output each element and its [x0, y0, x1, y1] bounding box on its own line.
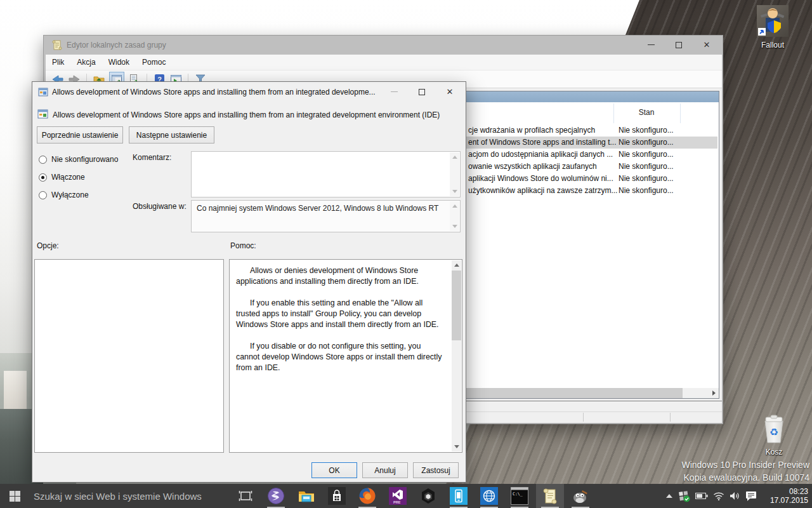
scroll-up-arrow[interactable] — [452, 260, 461, 270]
windows-logo-icon — [10, 491, 20, 502]
taskbar-spartan-browser-button[interactable] — [475, 484, 503, 508]
apply-button[interactable]: Zastosuj — [413, 462, 459, 478]
svg-text:PRE: PRE — [393, 500, 401, 504]
column-header-stan[interactable]: Stan — [613, 108, 679, 117]
policy-state: Nie skonfiguro... — [619, 162, 674, 171]
close-icon: ✕ — [704, 41, 710, 49]
security-status-icon[interactable] — [678, 490, 690, 502]
taskbar-command-prompt-button[interactable]: C:\_ — [506, 484, 534, 508]
previous-setting-button[interactable]: Poprzednie ustawienie — [37, 126, 123, 144]
taskbar-phone-emulator-button[interactable] — [445, 484, 473, 508]
gp-editor-window-title: Edytor lokalnych zasad grupy — [67, 41, 166, 50]
taskbar-search[interactable]: Szukaj w sieci Web i systemie Windows — [30, 484, 232, 508]
policy-name: ent of Windows Store apps and installing… — [468, 138, 616, 147]
taskbar-group-policy-editor-button[interactable] — [536, 484, 564, 508]
policy-name: aplikacji Windows Store do woluminów ni.… — [468, 174, 613, 183]
scrollbar-thumb[interactable] — [452, 271, 461, 340]
gp-close-button[interactable]: ✕ — [693, 36, 721, 54]
scroll-right-arrow[interactable] — [709, 388, 719, 398]
policy-state: Nie skonfiguro... — [619, 174, 674, 183]
radio-icon[interactable] — [39, 191, 47, 199]
radio-label: Nie skonfigurowano — [51, 155, 118, 164]
close-icon: ✕ — [447, 88, 454, 96]
hidden-icons-chevron[interactable] — [665, 493, 673, 499]
battery-icon[interactable] — [695, 492, 708, 500]
taskbar-task-view-button[interactable] — [232, 484, 259, 508]
policy-setting-dialog: Allows development of Windows Store apps… — [32, 81, 466, 483]
dialog-maximize-button[interactable] — [408, 83, 436, 101]
menu-widok[interactable]: Widok — [102, 58, 136, 67]
emacs-icon — [267, 487, 285, 505]
comment-scrollbar[interactable] — [450, 152, 459, 196]
supported-on-box[interactable]: Co najmniej system Windows Server 2012, … — [191, 200, 461, 232]
unity-icon — [419, 487, 437, 505]
scroll-down-arrow[interactable] — [450, 187, 459, 196]
help-scrollbar[interactable] — [452, 260, 461, 451]
phone-emulator-icon — [450, 487, 468, 505]
cancel-button[interactable]: Anuluj — [362, 462, 408, 478]
dialog-titlebar[interactable]: Allows development of Windows Store apps… — [32, 82, 466, 102]
menu-plik[interactable]: Plik — [46, 58, 70, 67]
taskbar-file-explorer-button[interactable] — [292, 484, 320, 508]
radio-icon[interactable] — [39, 156, 47, 164]
gp-minimize-button[interactable] — [637, 36, 665, 54]
supported-scrollbar[interactable] — [450, 201, 459, 231]
wifi-icon[interactable] — [713, 491, 724, 500]
taskbar-emacs-button[interactable] — [262, 484, 290, 508]
radio-enabled[interactable]: Włączone — [39, 173, 85, 182]
next-setting-button[interactable]: Następne ustawienie — [129, 126, 214, 144]
supported-on-value: Co najmniej system Windows Server 2012, … — [192, 201, 460, 213]
gp-editor-titlebar[interactable]: Edytor lokalnych zasad grupy ✕ — [44, 36, 723, 55]
ok-button[interactable]: OK — [311, 462, 357, 478]
column-separator[interactable] — [680, 104, 681, 123]
gp-maximize-button[interactable] — [665, 36, 693, 54]
taskbar: Szukaj w sieci Web i systemie Windows — [0, 484, 812, 508]
statusbar-divider — [583, 413, 584, 422]
clock-date: 17.07.2015 — [763, 496, 808, 505]
recycle-bin-icon: ♻ — [761, 415, 787, 444]
help-paragraph: If you enable this setting and enable th… — [236, 298, 444, 330]
taskbar-firefox-button[interactable] — [353, 484, 381, 508]
scroll-up-arrow[interactable] — [450, 152, 459, 162]
minimize-icon — [648, 44, 655, 45]
taskbar-clock[interactable]: 08:23 17.07.2015 — [763, 487, 808, 505]
desktop-icon-recycle-bin[interactable]: ♻ Kosz — [749, 415, 799, 457]
radio-label: Włączone — [51, 173, 85, 182]
clock-time: 08:23 — [763, 487, 808, 496]
comment-textarea[interactable] — [191, 151, 461, 197]
menu-pomoc[interactable]: Pomoc — [136, 58, 172, 67]
task-view-icon — [237, 488, 254, 504]
radio-disabled[interactable]: Wyłączone — [39, 190, 89, 199]
taskbar-visual-studio-button[interactable]: PRE — [384, 484, 412, 508]
radio-icon-selected[interactable] — [39, 173, 47, 182]
scroll-down-arrow[interactable] — [452, 442, 461, 451]
scroll-up-arrow[interactable] — [450, 201, 459, 211]
menu-akcja[interactable]: Akcja — [70, 58, 102, 67]
desktop-icon-fallout[interactable]: Fallout — [747, 5, 798, 50]
firefox-icon — [358, 487, 376, 505]
policy-state: Nie skonfiguro... — [619, 150, 674, 159]
volume-icon[interactable] — [730, 491, 740, 500]
gimp-icon — [572, 487, 589, 505]
visual-studio-icon: PRE — [389, 487, 407, 505]
start-button[interactable] — [0, 484, 30, 508]
policy-name: acjom do udostępniania aplikacji danych … — [468, 150, 613, 159]
taskbar-windows-store-button[interactable] — [323, 484, 351, 508]
comment-label: Komentarz: — [133, 153, 171, 162]
help-pane[interactable]: Allows or denies development of Windows … — [229, 259, 462, 453]
watermark-line2: Kopia ewaluacyjna. Build 10074 — [681, 471, 809, 484]
action-center-icon[interactable] — [745, 490, 757, 502]
dialog-close-button[interactable]: ✕ — [436, 83, 464, 101]
maximize-icon — [419, 89, 425, 95]
taskbar-unity-button[interactable] — [414, 484, 442, 508]
radio-label: Wyłączone — [51, 190, 89, 199]
policy-name: owanie wszystkich aplikacji zaufanych — [468, 162, 597, 171]
scroll-down-arrow[interactable] — [450, 222, 459, 231]
gp-editor-app-icon — [52, 40, 62, 50]
options-label: Opcje: — [37, 241, 59, 250]
dialog-app-icon — [38, 87, 48, 97]
supported-on-label: Obsługiwane w: — [133, 202, 187, 211]
taskbar-gimp-button[interactable] — [566, 484, 594, 508]
options-pane[interactable] — [34, 259, 224, 453]
radio-not-configured[interactable]: Nie skonfigurowano — [39, 155, 118, 164]
